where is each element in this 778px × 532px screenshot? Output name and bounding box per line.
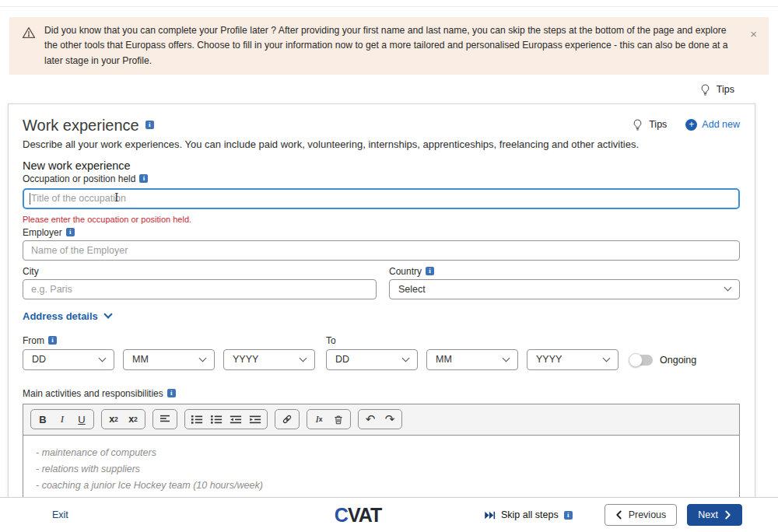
info-icon[interactable]: i	[48, 336, 57, 345]
footer-actions: Skip all steps i Previous Next	[484, 504, 742, 526]
country-label-text: Country	[389, 266, 422, 277]
skip-forward-icon	[484, 510, 496, 520]
from-day-select[interactable]: DD	[23, 349, 114, 370]
editor-line: - relations with suppliers	[36, 461, 727, 478]
outdent-icon	[230, 415, 242, 425]
info-icon[interactable]: i	[139, 174, 148, 183]
subscript-base: x	[109, 414, 114, 425]
chevron-down-icon	[99, 354, 107, 362]
chevron-down-icon	[724, 284, 732, 292]
city-input[interactable]	[23, 279, 377, 299]
address-details-toggle[interactable]: Address details	[23, 310, 111, 322]
alignment-icon	[159, 415, 170, 424]
chevron-down-icon	[199, 354, 207, 362]
employer-label-text: Employer	[23, 227, 62, 238]
remove-format-button[interactable]: Ix	[310, 411, 328, 428]
to-label: To	[326, 335, 619, 346]
country-select[interactable]: Select	[389, 279, 740, 299]
superscript-mark: 2	[134, 415, 138, 423]
exit-link[interactable]: Exit	[52, 509, 68, 520]
employer-label: Employer i	[23, 227, 740, 238]
indent-icon	[249, 415, 261, 425]
employer-input[interactable]	[23, 240, 740, 261]
outdent-button[interactable]	[226, 411, 245, 428]
redo-button[interactable]: ↷	[380, 411, 399, 428]
work-experience-card: Work experience i Tips + Add new Describ…	[8, 103, 755, 532]
from-month-select[interactable]: MM	[123, 349, 215, 370]
to-date-group: To DD MM YYYY	[326, 335, 619, 370]
country-select-value: Select	[398, 284, 426, 295]
from-selects: DD MM YYYY	[23, 349, 315, 370]
chevron-down-icon	[300, 354, 307, 362]
ordered-list-button[interactable]	[187, 411, 206, 428]
editor-line: - maintenance of computers	[36, 445, 727, 461]
ongoing-toggle[interactable]	[630, 355, 653, 366]
chevron-down-icon	[503, 354, 510, 362]
card-header: Work experience i Tips + Add new	[23, 116, 740, 135]
skip-all-steps-button[interactable]: Skip all steps i	[484, 509, 573, 520]
superscript-base: x	[128, 414, 134, 425]
bold-button[interactable]: B	[33, 411, 52, 428]
next-button[interactable]: Next	[687, 504, 742, 526]
info-icon[interactable]: i	[564, 511, 573, 520]
link-group	[275, 409, 300, 429]
superscript-button[interactable]: x2	[124, 411, 142, 428]
from-month-value: MM	[132, 354, 149, 365]
city-column: City	[23, 266, 377, 299]
ongoing-label: Ongoing	[660, 355, 696, 366]
alignment-button[interactable]	[156, 411, 174, 428]
script-group: x2 x2	[101, 409, 145, 429]
italic-button[interactable]: I	[53, 411, 72, 428]
link-icon	[281, 413, 293, 425]
to-year-select[interactable]: YYYY	[527, 349, 619, 370]
occupation-input[interactable]	[23, 188, 740, 209]
subscript-mark: 2	[114, 415, 118, 423]
bullet-list-button[interactable]	[207, 411, 226, 428]
to-day-select[interactable]: DD	[326, 349, 418, 370]
warning-icon	[22, 26, 36, 40]
from-year-value: YYYY	[233, 354, 258, 365]
previous-button[interactable]: Previous	[605, 504, 678, 526]
info-icon[interactable]: i	[145, 121, 154, 129]
top-divider	[0, 6, 778, 7]
to-day-value: DD	[335, 354, 349, 365]
editor-toolbar: B I U x2 x2	[23, 404, 739, 436]
tips-button[interactable]: Tips	[632, 118, 667, 131]
footer-bar: Exit CVAT Skip all steps i Previous Next	[0, 497, 778, 532]
ongoing-control: Ongoing	[630, 355, 696, 366]
skip-all-steps-label: Skip all steps	[501, 509, 559, 520]
subscript-button[interactable]: x2	[104, 411, 123, 428]
from-day-value: DD	[32, 354, 46, 365]
trash-icon	[333, 414, 344, 425]
link-button[interactable]	[278, 411, 296, 428]
delete-button[interactable]	[329, 411, 348, 428]
occupation-field-wrap: I	[23, 188, 740, 209]
notification-banner: Did you know that you can complete your …	[9, 17, 769, 75]
info-icon[interactable]: i	[66, 228, 75, 236]
from-year-select[interactable]: YYYY	[223, 349, 315, 370]
toggle-knob	[629, 353, 643, 367]
logo-rest: VAT	[348, 504, 381, 526]
list-group	[184, 409, 268, 429]
info-icon[interactable]: i	[167, 389, 176, 397]
previous-label: Previous	[629, 509, 667, 520]
indent-button[interactable]	[246, 411, 265, 428]
add-new-label: Add new	[702, 119, 740, 130]
close-icon[interactable]: ×	[748, 28, 759, 40]
underline-button[interactable]: U	[72, 411, 91, 428]
alignment-group	[152, 409, 177, 429]
to-month-select[interactable]: MM	[426, 349, 518, 370]
chevron-down-icon	[603, 354, 611, 362]
history-group: ↶ ↷	[358, 409, 402, 429]
address-details-label: Address details	[23, 310, 98, 322]
city-country-row: City Country i Select	[23, 266, 740, 299]
cvat-logo: CVAT	[335, 504, 381, 527]
next-label: Next	[698, 509, 718, 520]
info-icon[interactable]: i	[426, 267, 434, 275]
tips-label[interactable]: Tips	[717, 84, 734, 95]
add-new-button[interactable]: + Add new	[685, 119, 740, 131]
undo-button[interactable]: ↶	[361, 411, 380, 428]
page-description: Describe all your work experiences. You …	[23, 138, 740, 151]
bullet-list-icon	[210, 415, 223, 425]
tips-bar: Tips	[0, 75, 778, 103]
